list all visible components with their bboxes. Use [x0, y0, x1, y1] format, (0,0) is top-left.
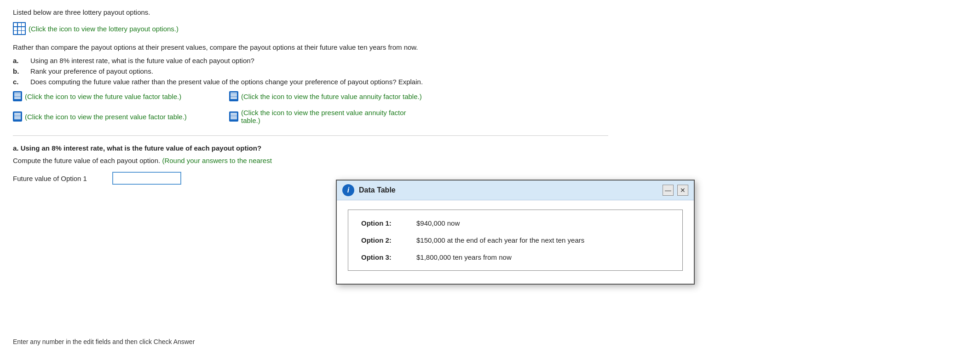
data-table-inner: Option 1: $940,000 now Option 2: $150,00…	[348, 210, 683, 271]
q-c-label: c.	[13, 78, 30, 86]
option3-value: $1,800,000 ten years from now	[416, 253, 512, 261]
compute-text: Compute the future value of each payout …	[13, 157, 608, 164]
future-value-annuity-link[interactable]: (Click the icon to view the future value…	[229, 91, 427, 101]
modal-close-button[interactable]: ✕	[677, 185, 688, 196]
modal-title: Data Table	[359, 186, 658, 194]
q-b-label: b.	[13, 67, 30, 75]
future-value-factor-text: (Click the icon to view the future value…	[25, 93, 181, 100]
data-row-option2: Option 2: $150,000 at the end of each ye…	[361, 236, 669, 244]
future-value-option1-label: Future value of Option 1	[13, 175, 105, 182]
data-table-modal: i Data Table — ✕ Option 1: $940,000 now …	[336, 180, 695, 285]
question-c-row: c. Does computing the future value rathe…	[13, 78, 608, 86]
option1-value: $940,000 now	[416, 219, 460, 227]
present-value-factor-text: (Click the icon to view the present valu…	[25, 113, 187, 121]
modal-info-icon: i	[342, 184, 354, 196]
present-value-factor-link[interactable]: (Click the icon to view the present valu…	[13, 109, 211, 124]
option3-key: Option 3:	[361, 253, 407, 261]
bottom-text: Enter any number in the edit fields and …	[13, 338, 195, 345]
future-value-option1-input[interactable]	[112, 172, 181, 185]
q-c-text: Does computing the future value rather t…	[30, 78, 423, 86]
option2-value: $150,000 at the end of each year for the…	[416, 236, 584, 244]
grid-icon	[13, 22, 26, 35]
table-links-section: (Click the icon to view the future value…	[13, 91, 427, 129]
questions-section: a. Using an 8% interest rate, what is th…	[13, 57, 608, 86]
doc-icon-3	[13, 111, 22, 122]
round-note: (Round your answers to the nearest	[162, 157, 271, 164]
lottery-link-text: (Click the icon to view the lottery payo…	[29, 25, 179, 33]
q-a-label: a.	[13, 57, 30, 64]
present-value-annuity-link[interactable]: (Click the icon to view the present valu…	[229, 109, 427, 124]
data-row-option1: Option 1: $940,000 now	[361, 219, 669, 227]
doc-icon-2	[229, 91, 238, 101]
question-b-row: b. Rank your preference of payout option…	[13, 67, 608, 75]
lottery-icon-link[interactable]: (Click the icon to view the lottery payo…	[13, 22, 179, 35]
present-value-annuity-text: (Click the icon to view the present valu…	[241, 109, 427, 124]
modal-header: i Data Table — ✕	[337, 181, 694, 200]
option2-key: Option 2:	[361, 236, 407, 244]
doc-icon-1	[13, 91, 22, 101]
compute-static: Compute the future value of each payout …	[13, 157, 160, 164]
q-a-text: Using an 8% interest rate, what is the f…	[30, 57, 254, 64]
future-value-annuity-text: (Click the icon to view the future value…	[241, 93, 422, 100]
data-row-option3: Option 3: $1,800,000 ten years from now	[361, 253, 669, 261]
intro-line2: Rather than compare the payout options a…	[13, 43, 608, 51]
question-a-row: a. Using an 8% interest rate, what is th…	[13, 57, 608, 64]
doc-icon-4	[229, 111, 238, 122]
q-b-text: Rank your preference of payout options.	[30, 67, 153, 75]
section-a-heading: a. Using an 8% interest rate, what is th…	[13, 144, 608, 152]
main-content: Listed below are three lottery payout op…	[0, 0, 621, 198]
future-value-factor-link[interactable]: (Click the icon to view the future value…	[13, 91, 211, 101]
modal-body: Option 1: $940,000 now Option 2: $150,00…	[337, 200, 694, 284]
modal-controls: — ✕	[663, 185, 688, 196]
modal-minimize-button[interactable]: —	[663, 185, 674, 196]
option1-key: Option 1:	[361, 219, 407, 227]
section-divider	[13, 135, 608, 136]
section-a-bold: a. Using an 8% interest rate, what is th…	[13, 144, 261, 152]
intro-line1: Listed below are three lottery payout op…	[13, 8, 608, 16]
